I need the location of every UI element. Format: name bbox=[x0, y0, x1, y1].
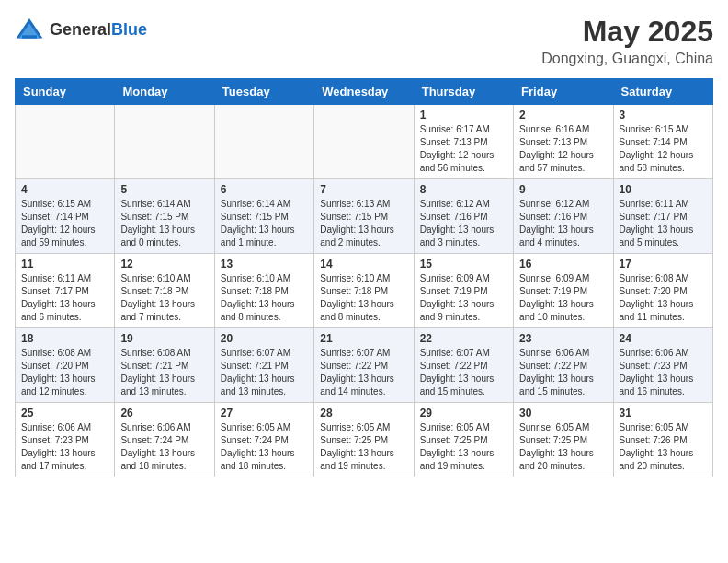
day-info: Sunrise: 6:07 AMSunset: 7:22 PMDaylight:… bbox=[320, 347, 407, 398]
day-info: Sunrise: 6:09 AMSunset: 7:19 PMDaylight:… bbox=[519, 272, 607, 324]
day-number: 19 bbox=[120, 332, 208, 345]
logo-icon bbox=[15, 15, 44, 44]
table-row: 17Sunrise: 6:08 AMSunset: 7:20 PMDayligh… bbox=[613, 254, 712, 328]
day-number: 27 bbox=[221, 407, 308, 419]
month-title: May 2025 bbox=[541, 15, 713, 49]
day-info: Sunrise: 6:10 AMSunset: 7:18 PMDaylight:… bbox=[320, 272, 407, 324]
table-row: 21Sunrise: 6:07 AMSunset: 7:22 PMDayligh… bbox=[314, 328, 414, 403]
table-row: 23Sunrise: 6:06 AMSunset: 7:22 PMDayligh… bbox=[514, 328, 613, 403]
logo-blue: Blue bbox=[111, 20, 147, 39]
day-number: 13 bbox=[221, 258, 308, 270]
table-row: 26Sunrise: 6:06 AMSunset: 7:24 PMDayligh… bbox=[115, 403, 214, 477]
day-number: 31 bbox=[620, 407, 707, 419]
day-number: 18 bbox=[21, 332, 108, 345]
table-row: 25Sunrise: 6:06 AMSunset: 7:23 PMDayligh… bbox=[16, 403, 115, 477]
day-info: Sunrise: 6:06 AMSunset: 7:23 PMDaylight:… bbox=[21, 421, 108, 473]
day-info: Sunrise: 6:10 AMSunset: 7:18 PMDaylight:… bbox=[221, 272, 308, 324]
day-info: Sunrise: 6:07 AMSunset: 7:21 PMDaylight:… bbox=[221, 347, 308, 398]
svg-rect-2 bbox=[22, 35, 37, 38]
table-row: 3Sunrise: 6:15 AMSunset: 7:14 PMDaylight… bbox=[613, 105, 712, 179]
col-thursday: Thursday bbox=[414, 79, 513, 105]
day-number: 23 bbox=[519, 332, 607, 345]
day-number: 14 bbox=[320, 258, 407, 270]
col-monday: Monday bbox=[115, 79, 214, 105]
day-number: 5 bbox=[120, 183, 208, 196]
table-row bbox=[115, 105, 214, 179]
table-row: 5Sunrise: 6:14 AMSunset: 7:15 PMDaylight… bbox=[115, 179, 214, 254]
calendar-week-row: 25Sunrise: 6:06 AMSunset: 7:23 PMDayligh… bbox=[16, 403, 713, 477]
day-info: Sunrise: 6:17 AMSunset: 7:13 PMDaylight:… bbox=[420, 123, 507, 175]
day-info: Sunrise: 6:14 AMSunset: 7:15 PMDaylight:… bbox=[120, 198, 208, 249]
day-number: 26 bbox=[120, 407, 208, 419]
calendar-week-row: 11Sunrise: 6:11 AMSunset: 7:17 PMDayligh… bbox=[16, 254, 713, 328]
logo-general: General bbox=[50, 20, 111, 39]
day-number: 6 bbox=[221, 183, 308, 196]
table-row: 1Sunrise: 6:17 AMSunset: 7:13 PMDaylight… bbox=[414, 105, 513, 179]
day-info: Sunrise: 6:05 AMSunset: 7:26 PMDaylight:… bbox=[620, 421, 707, 473]
logo-text: GeneralBlue bbox=[50, 20, 147, 40]
day-info: Sunrise: 6:12 AMSunset: 7:16 PMDaylight:… bbox=[420, 198, 507, 249]
table-row: 16Sunrise: 6:09 AMSunset: 7:19 PMDayligh… bbox=[514, 254, 613, 328]
col-tuesday: Tuesday bbox=[214, 79, 313, 105]
table-row: 9Sunrise: 6:12 AMSunset: 7:16 PMDaylight… bbox=[514, 179, 613, 254]
day-info: Sunrise: 6:11 AMSunset: 7:17 PMDaylight:… bbox=[620, 198, 707, 249]
day-number: 12 bbox=[120, 258, 208, 270]
table-row: 20Sunrise: 6:07 AMSunset: 7:21 PMDayligh… bbox=[214, 328, 313, 403]
day-info: Sunrise: 6:05 AMSunset: 7:25 PMDaylight:… bbox=[320, 421, 407, 473]
day-number: 20 bbox=[221, 332, 308, 345]
day-info: Sunrise: 6:10 AMSunset: 7:18 PMDaylight:… bbox=[120, 272, 208, 324]
day-info: Sunrise: 6:05 AMSunset: 7:25 PMDaylight:… bbox=[519, 421, 607, 473]
day-number: 3 bbox=[620, 109, 707, 121]
day-number: 15 bbox=[420, 258, 507, 270]
day-number: 8 bbox=[420, 183, 507, 196]
day-info: Sunrise: 6:06 AMSunset: 7:23 PMDaylight:… bbox=[620, 347, 707, 398]
day-number: 28 bbox=[320, 407, 407, 419]
location-title: Dongxing, Guangxi, China bbox=[541, 51, 713, 67]
day-info: Sunrise: 6:06 AMSunset: 7:24 PMDaylight:… bbox=[120, 421, 208, 473]
day-number: 21 bbox=[320, 332, 407, 345]
calendar-table: Sunday Monday Tuesday Wednesday Thursday… bbox=[15, 78, 713, 477]
table-row: 13Sunrise: 6:10 AMSunset: 7:18 PMDayligh… bbox=[214, 254, 313, 328]
title-block: May 2025 Dongxing, Guangxi, China bbox=[541, 15, 713, 67]
table-row bbox=[214, 105, 313, 179]
page-header: GeneralBlue May 2025 Dongxing, Guangxi, … bbox=[15, 15, 713, 67]
table-row: 31Sunrise: 6:05 AMSunset: 7:26 PMDayligh… bbox=[613, 403, 712, 477]
day-info: Sunrise: 6:11 AMSunset: 7:17 PMDaylight:… bbox=[21, 272, 108, 324]
table-row: 4Sunrise: 6:15 AMSunset: 7:14 PMDaylight… bbox=[16, 179, 115, 254]
day-number: 16 bbox=[519, 258, 607, 270]
day-info: Sunrise: 6:05 AMSunset: 7:25 PMDaylight:… bbox=[420, 421, 507, 473]
table-row: 12Sunrise: 6:10 AMSunset: 7:18 PMDayligh… bbox=[115, 254, 214, 328]
day-info: Sunrise: 6:06 AMSunset: 7:22 PMDaylight:… bbox=[519, 347, 607, 398]
table-row: 29Sunrise: 6:05 AMSunset: 7:25 PMDayligh… bbox=[414, 403, 513, 477]
day-info: Sunrise: 6:15 AMSunset: 7:14 PMDaylight:… bbox=[21, 198, 108, 249]
day-info: Sunrise: 6:08 AMSunset: 7:20 PMDaylight:… bbox=[21, 347, 108, 398]
day-info: Sunrise: 6:13 AMSunset: 7:15 PMDaylight:… bbox=[320, 198, 407, 249]
col-friday: Friday bbox=[514, 79, 613, 105]
table-row: 10Sunrise: 6:11 AMSunset: 7:17 PMDayligh… bbox=[613, 179, 712, 254]
table-row: 27Sunrise: 6:05 AMSunset: 7:24 PMDayligh… bbox=[214, 403, 313, 477]
table-row: 22Sunrise: 6:07 AMSunset: 7:22 PMDayligh… bbox=[414, 328, 513, 403]
table-row bbox=[16, 105, 115, 179]
day-number: 22 bbox=[420, 332, 507, 345]
day-number: 11 bbox=[21, 258, 108, 270]
day-number: 4 bbox=[21, 183, 108, 196]
day-number: 30 bbox=[519, 407, 607, 419]
table-row: 30Sunrise: 6:05 AMSunset: 7:25 PMDayligh… bbox=[514, 403, 613, 477]
day-number: 9 bbox=[519, 183, 607, 196]
day-info: Sunrise: 6:08 AMSunset: 7:20 PMDaylight:… bbox=[620, 272, 707, 324]
day-number: 24 bbox=[620, 332, 707, 345]
table-row: 15Sunrise: 6:09 AMSunset: 7:19 PMDayligh… bbox=[414, 254, 513, 328]
day-info: Sunrise: 6:16 AMSunset: 7:13 PMDaylight:… bbox=[519, 123, 607, 175]
day-info: Sunrise: 6:09 AMSunset: 7:19 PMDaylight:… bbox=[420, 272, 507, 324]
calendar-week-row: 1Sunrise: 6:17 AMSunset: 7:13 PMDaylight… bbox=[16, 105, 713, 179]
day-info: Sunrise: 6:14 AMSunset: 7:15 PMDaylight:… bbox=[221, 198, 308, 249]
col-wednesday: Wednesday bbox=[314, 79, 414, 105]
table-row: 24Sunrise: 6:06 AMSunset: 7:23 PMDayligh… bbox=[613, 328, 712, 403]
table-row: 6Sunrise: 6:14 AMSunset: 7:15 PMDaylight… bbox=[214, 179, 313, 254]
day-info: Sunrise: 6:08 AMSunset: 7:21 PMDaylight:… bbox=[120, 347, 208, 398]
day-number: 17 bbox=[620, 258, 707, 270]
table-row: 28Sunrise: 6:05 AMSunset: 7:25 PMDayligh… bbox=[314, 403, 414, 477]
table-row: 2Sunrise: 6:16 AMSunset: 7:13 PMDaylight… bbox=[514, 105, 613, 179]
day-number: 1 bbox=[420, 109, 507, 121]
col-saturday: Saturday bbox=[613, 79, 712, 105]
